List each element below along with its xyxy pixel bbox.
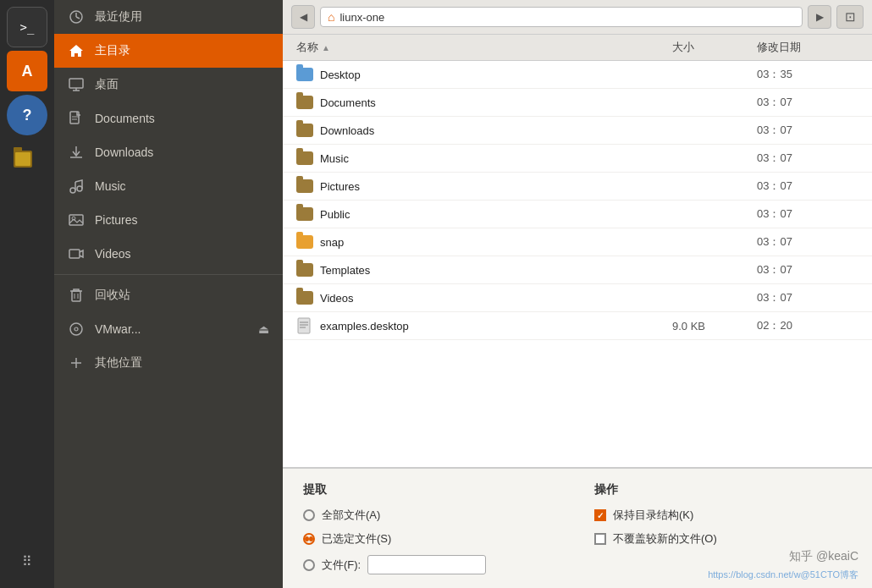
file-row[interactable]: Public 03：07 [283,201,872,228]
sidebar-item-music[interactable]: Music [54,169,283,203]
sidebar-documents-label: Documents [95,112,155,125]
extract-section: 提取 全部文件(A) 已选定文件(S) 文件(F): [303,482,560,574]
vmware-left: VMwar... [68,321,141,338]
sidebar-item-vmware[interactable]: VMwar... ⏏ [54,312,283,346]
folder-icon [296,94,313,111]
sidebar-item-documents[interactable]: Documents [54,102,283,135]
home-breadcrumb-icon: ⌂ [328,10,334,24]
file-name-cell: Downloads [296,122,672,139]
dock-help[interactable]: ? [7,95,47,135]
sidebar-other-label: 其他位置 [95,355,142,371]
watermark2: https://blog.csdn.net/w@51CTO博客 [708,569,858,581]
desktop-icon [68,76,85,93]
radio-all-files[interactable]: 全部文件(A) [303,508,560,523]
file-row[interactable]: Templates 03：07 [283,256,872,284]
font-icon: A [22,63,33,80]
application-dock: >_ A ? ⠿ [0,0,54,588]
sidebar-music-label: Music [95,179,126,193]
file-row[interactable]: Downloads 03：07 [283,117,872,145]
file-name-cell: snap [296,234,672,250]
extract-panel: 提取 全部文件(A) 已选定文件(S) 文件(F): [283,467,872,588]
open-new-window-button[interactable]: ⊡ [836,5,864,29]
extract-options: 全部文件(A) 已选定文件(S) 文件(F): [303,508,560,574]
svg-rect-1 [14,147,22,152]
file-list-header: 名称 ▲ 大小 修改日期 [283,35,872,61]
forward-button[interactable]: ▶ [808,5,831,29]
extract-title: 提取 [303,482,560,497]
apps-icon: ⠿ [22,553,32,569]
file-row[interactable]: Desktop 03：35 [283,61,872,89]
col-date-header: 修改日期 [757,40,858,55]
trash-icon [68,287,85,304]
file-row[interactable]: examples.desktop 9.0 KB 02：20 [283,312,872,340]
file-path-input[interactable] [367,555,486,574]
svg-line-5 [76,17,80,19]
action-title: 操作 [594,482,852,497]
folder-icon [296,261,313,278]
music-icon [68,178,85,195]
dock-terminal[interactable]: >_ [7,7,47,47]
sidebar-item-trash[interactable]: 回收站 [54,278,283,312]
col-name-header: 名称 ▲ [296,40,672,55]
file-name-cell: Music [296,150,672,167]
checkbox-keep-structure[interactable]: ✓ 保持目录结构(K) [594,508,852,523]
help-icon: ? [23,107,32,124]
radio-circle-selected [303,533,315,545]
svg-marker-6 [69,45,83,57]
radio-selected-files[interactable]: 已选定文件(S) [303,531,560,547]
folder-icon [296,150,313,167]
dock-files[interactable] [7,139,47,179]
svg-rect-7 [69,79,83,88]
sidebar-item-videos[interactable]: Videos [54,237,283,271]
file-list: 名称 ▲ 大小 修改日期 Desktop 03：35 [283,35,872,467]
file-row[interactable]: Pictures 03：07 [283,173,872,201]
svg-rect-18 [69,215,83,225]
sidebar-desktop-label: 桌面 [95,77,119,92]
plus-icon [68,354,85,371]
breadcrumb-bar[interactable]: ⌂ liunx-one [320,7,803,27]
radio-file[interactable]: 文件(F): [303,555,560,574]
file-row[interactable]: Documents 03：07 [283,89,872,117]
checkbox-keep-structure-box: ✓ [594,509,606,521]
dock-apps[interactable]: ⠿ [7,541,47,581]
sidebar-item-recent[interactable]: 最近使用 [54,0,283,34]
home-icon [68,42,85,59]
file-row[interactable]: Music 03：07 [283,145,872,173]
sidebar-trash-label: 回收站 [95,288,130,303]
back-arrow-icon: ◀ [300,11,307,23]
open-new-icon: ⊡ [845,9,856,25]
file-row[interactable]: Videos 03：07 [283,284,872,312]
sidebar-item-desktop[interactable]: 桌面 [54,68,283,102]
sidebar-item-other[interactable]: 其他位置 [54,346,283,380]
watermark: 知乎 @keaiC [789,549,858,564]
back-button[interactable]: ◀ [291,5,315,29]
sidebar-recent-label: 最近使用 [95,9,142,25]
sidebar-item-pictures[interactable]: Pictures [54,203,283,237]
terminal-icon: >_ [20,20,35,34]
svg-rect-28 [298,318,310,333]
sidebar-item-home[interactable]: 主目录 [54,34,283,68]
checkbox-no-overwrite-box [594,533,606,545]
main-panel: ◀ ⌂ liunx-one ▶ ⊡ 名称 ▲ 大小 修改日期 [283,0,872,588]
col-size-header: 大小 [672,40,757,55]
file-name-cell: Public [296,206,672,223]
svg-rect-2 [15,152,30,166]
eject-icon[interactable]: ⏏ [258,322,269,336]
sidebar: 最近使用 主目录 桌面 Documents Downloads Music [54,0,283,588]
folder-icon [296,289,313,306]
toolbar: ◀ ⌂ liunx-one ▶ ⊡ [283,0,872,35]
sidebar-downloads-label: Downloads [95,146,153,159]
sidebar-videos-label: Videos [95,247,131,261]
folder-icon [296,122,313,139]
action-checkboxes: ✓ 保持目录结构(K) 不覆盖较新的文件(O) [594,508,852,547]
file-name-cell: Desktop [296,66,672,83]
checkbox-no-overwrite[interactable]: 不覆盖较新的文件(O) [594,531,852,547]
radio-circle-file [303,559,315,571]
download-icon [68,144,85,161]
sidebar-item-downloads[interactable]: Downloads [54,135,283,169]
breadcrumb-location: liunx-one [339,11,384,24]
dock-font-manager[interactable]: A [7,51,47,91]
files-icon [12,144,42,174]
folder-icon [296,66,313,83]
file-row[interactable]: snap 03：07 [283,228,872,256]
